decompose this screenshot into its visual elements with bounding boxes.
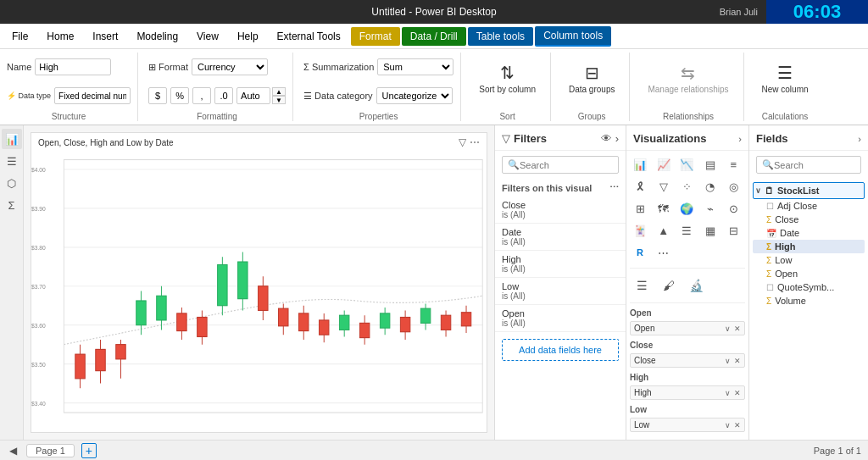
menu-datadrill[interactable]: Data / Drill xyxy=(402,27,466,46)
field-adj-close[interactable]: ☐ Adj Close xyxy=(753,199,865,213)
stocklist-table-header[interactable]: ∨ 🗒 StockList xyxy=(753,182,865,199)
filters-search-input[interactable] xyxy=(520,160,626,170)
nav-prev-icon[interactable]: ◀ xyxy=(7,444,19,457)
field-quotesymb[interactable]: ☐ QuoteSymb... xyxy=(753,280,865,294)
datacategory-select[interactable]: Uncategorized xyxy=(376,87,453,104)
menu-modeling[interactable]: Modeling xyxy=(128,27,186,46)
viz-treemap-icon[interactable]: ⊞ xyxy=(630,198,650,219)
viz-kpi-icon[interactable]: ▲ xyxy=(654,220,674,241)
menu-external[interactable]: External Tools xyxy=(269,27,349,46)
decimal-button[interactable]: .0 xyxy=(214,87,233,104)
data-groups-button[interactable]: ⊟ Data groups xyxy=(561,53,622,103)
viz-table-icon[interactable]: ▦ xyxy=(700,220,721,241)
filter-date[interactable]: Date is (All) xyxy=(495,224,626,251)
viz-slicer-icon[interactable]: ☰ xyxy=(676,220,697,241)
report-view-icon[interactable]: 📊 xyxy=(2,129,22,149)
viz-analytics-icon[interactable]: 🔬 xyxy=(684,274,708,297)
viz-gauge-icon[interactable]: ⊙ xyxy=(723,198,743,219)
viz-clustered-bar-icon[interactable]: ≡ xyxy=(723,154,743,175)
field-open[interactable]: Σ Open xyxy=(753,267,865,280)
filter-open[interactable]: Open is (All) xyxy=(495,305,626,332)
filter-expand-icon[interactable]: › xyxy=(615,132,619,145)
summarization-select[interactable]: Sum xyxy=(377,58,453,75)
chart-filter-icon[interactable]: ▽ xyxy=(459,136,466,148)
low-field-well[interactable]: Low ∨ ✕ xyxy=(630,418,745,432)
chart-more-icon[interactable]: ⋯ xyxy=(470,136,480,148)
filters-panel: ▽ Filters 👁 › 🔍 Filters on this visual ⋯… xyxy=(495,125,626,440)
viz-map-icon[interactable]: 🗺 xyxy=(654,198,674,219)
dollar-button[interactable]: $ xyxy=(148,87,167,104)
name-input[interactable] xyxy=(35,58,111,75)
viz-pie-icon[interactable]: ◔ xyxy=(700,176,721,197)
fields-search-input[interactable] xyxy=(774,160,868,170)
open-well-remove[interactable]: ✕ xyxy=(734,324,741,333)
field-volume[interactable]: Σ Volume xyxy=(753,294,865,308)
viz-area-chart-icon[interactable]: 📉 xyxy=(676,154,697,175)
model-view-icon[interactable]: ⬡ xyxy=(2,173,22,193)
fields-search-box[interactable]: 🔍 xyxy=(756,156,861,174)
filter-eye-icon[interactable]: 👁 xyxy=(601,132,612,145)
viz-bar-chart-icon[interactable]: 📊 xyxy=(630,154,650,175)
decimal-spinner[interactable]: ▲ ▼ xyxy=(272,87,286,104)
menu-insert[interactable]: Insert xyxy=(84,27,126,46)
menu-home[interactable]: Home xyxy=(38,27,82,46)
viz-matrix-icon[interactable]: ⊟ xyxy=(723,220,743,241)
viz-more-icon[interactable]: ⋯ xyxy=(654,242,674,263)
filters-search-box[interactable]: 🔍 xyxy=(502,156,619,174)
filter-close[interactable]: Close is (All) xyxy=(495,197,626,224)
viz-line-chart-icon[interactable]: 📈 xyxy=(654,154,674,175)
viz-funnel-icon[interactable]: ⌁ xyxy=(700,198,721,219)
viz-donut-icon[interactable]: ◎ xyxy=(723,176,743,197)
viz-ribbon-chart-icon[interactable]: 🎗 xyxy=(630,176,650,197)
new-column-button[interactable]: ☰ New column xyxy=(754,53,816,103)
field-high[interactable]: Σ High xyxy=(753,240,865,253)
viz-filled-map-icon[interactable]: 🌍 xyxy=(676,198,697,219)
sort-by-column-button[interactable]: ⇅ Sort by column xyxy=(471,53,543,103)
add-page-button[interactable]: + xyxy=(81,443,97,458)
field-date[interactable]: 📅 Date xyxy=(753,226,865,240)
menu-help[interactable]: Help xyxy=(229,27,267,46)
high-well-remove[interactable]: ✕ xyxy=(734,389,741,397)
viz-format-icon[interactable]: 🖌 xyxy=(657,274,681,297)
close-field-well[interactable]: Close ∨ ✕ xyxy=(630,353,745,368)
svg-rect-35 xyxy=(279,308,289,326)
manage-relationships-button[interactable]: ⇆ Manage relationships xyxy=(640,53,736,103)
field-close[interactable]: Σ Close xyxy=(753,213,865,226)
spinner-down[interactable]: ▼ xyxy=(272,96,286,104)
fields-expand-icon[interactable]: › xyxy=(858,134,861,144)
field-low[interactable]: Σ Low xyxy=(753,253,865,267)
page1-tab[interactable]: Page 1 xyxy=(26,444,75,457)
close-well-remove[interactable]: ✕ xyxy=(734,357,741,365)
filter-low[interactable]: Low is (All) xyxy=(495,278,626,305)
viz-stacked-bar-icon[interactable]: ▤ xyxy=(700,154,721,175)
viz-card-icon[interactable]: 🃏 xyxy=(630,220,650,241)
close-well-chevron[interactable]: ∨ xyxy=(725,357,731,365)
format-select[interactable]: Currency xyxy=(192,58,268,75)
spinner-up[interactable]: ▲ xyxy=(272,87,286,96)
filters-more-icon[interactable]: ⋯ xyxy=(609,182,619,193)
comma-button[interactable]: , xyxy=(192,87,211,104)
menu-columntools[interactable]: Column tools xyxy=(535,26,611,47)
high-field-well[interactable]: High ∨ ✕ xyxy=(630,385,745,400)
open-field-well[interactable]: Open ∨ ✕ xyxy=(630,321,745,335)
percent-button[interactable]: % xyxy=(170,87,189,104)
low-well-remove[interactable]: ✕ xyxy=(734,421,741,430)
menu-tabletools[interactable]: Table tools xyxy=(468,27,533,46)
low-well-chevron[interactable]: ∨ xyxy=(725,421,731,430)
open-well-chevron[interactable]: ∨ xyxy=(725,324,731,333)
filter-high[interactable]: High is (All) xyxy=(495,251,626,278)
menu-file[interactable]: File xyxy=(3,27,36,46)
viz-fields-icon[interactable]: ☰ xyxy=(630,274,654,297)
viz-waterfall-icon[interactable]: ▽ xyxy=(654,176,674,197)
data-view-icon[interactable]: ☰ xyxy=(2,151,22,171)
decimal-places-input[interactable] xyxy=(236,87,270,104)
viz-scatter-icon[interactable]: ⁘ xyxy=(676,176,697,197)
add-data-fields-button[interactable]: Add data fields here xyxy=(502,339,619,361)
menu-format[interactable]: Format xyxy=(351,27,400,46)
datatype-input[interactable] xyxy=(54,87,131,104)
viz-r-icon[interactable]: R xyxy=(630,242,650,263)
viz-expand-icon[interactable]: › xyxy=(738,134,742,144)
menu-view[interactable]: View xyxy=(188,27,227,46)
high-well-chevron[interactable]: ∨ xyxy=(725,389,731,397)
dax-icon[interactable]: Σ xyxy=(2,195,22,215)
